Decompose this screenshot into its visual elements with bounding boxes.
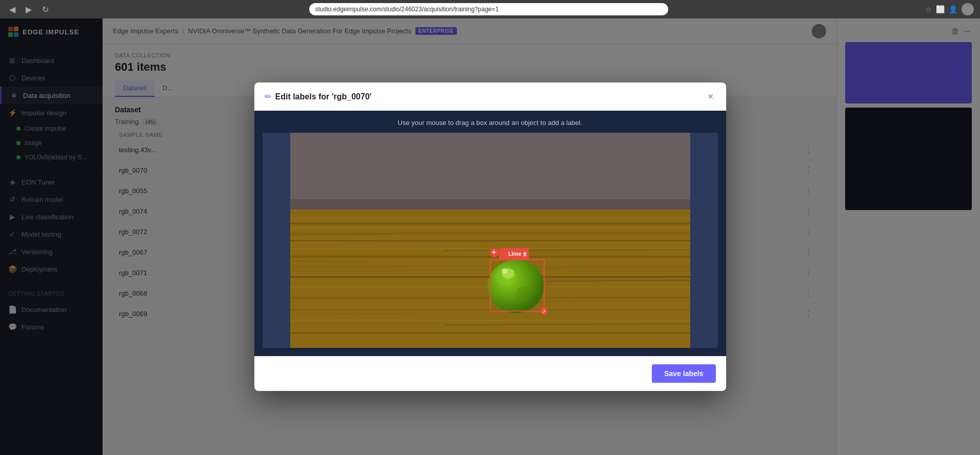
- refresh-button[interactable]: ↻: [39, 4, 52, 15]
- user-avatar[interactable]: [962, 3, 974, 15]
- svg-rect-5: [290, 222, 690, 224]
- svg-text:↗: ↗: [542, 309, 546, 314]
- svg-text:🗑: 🗑: [523, 251, 528, 257]
- svg-rect-10: [290, 256, 690, 258]
- svg-rect-1: [290, 199, 690, 210]
- svg-point-29: [488, 260, 544, 313]
- window-icon[interactable]: ⬜: [936, 5, 945, 13]
- forward-button[interactable]: ▶: [23, 4, 35, 15]
- canvas-svg: Lime 🗑 + ↗: [263, 133, 718, 348]
- edit-labels-modal: ✏ Edit labels for 'rgb_0070' × Use your …: [254, 82, 726, 391]
- save-labels-button[interactable]: Save labels: [652, 364, 715, 383]
- modal-close-button[interactable]: ×: [706, 91, 716, 102]
- svg-rect-8: [290, 240, 690, 241]
- modal-instruction: Use your mouse to drag a box around an o…: [263, 119, 718, 127]
- svg-rect-17: [290, 333, 690, 334]
- modal-footer: Save labels: [254, 356, 726, 391]
- svg-rect-4: [290, 217, 690, 218]
- svg-rect-16: [290, 320, 690, 321]
- svg-rect-0: [290, 133, 690, 199]
- profile-icon[interactable]: 👤: [949, 5, 957, 13]
- svg-rect-7: [290, 233, 690, 234]
- svg-point-31: [516, 287, 531, 301]
- svg-text:Lime: Lime: [508, 251, 522, 257]
- modal-title: Edit labels for 'rgb_0070': [275, 92, 372, 101]
- browser-chrome: ◀ ▶ ↻ studio.edgeimpulse.com/studio/2460…: [0, 0, 980, 18]
- modal-overlay[interactable]: ✏ Edit labels for 'rgb_0070' × Use your …: [0, 18, 980, 455]
- modal-header: ✏ Edit labels for 'rgb_0070' ×: [254, 82, 726, 111]
- star-icon[interactable]: ☆: [925, 5, 932, 13]
- svg-text:+: +: [492, 248, 496, 256]
- image-canvas[interactable]: Lime 🗑 + ↗: [263, 133, 718, 348]
- modal-title-area: ✏ Edit labels for 'rgb_0070': [265, 92, 372, 101]
- url-text: studio.edgeimpulse.com/studio/246023/acq…: [315, 6, 499, 13]
- svg-rect-3: [290, 212, 690, 214]
- back-button[interactable]: ◀: [6, 4, 18, 15]
- svg-point-33: [502, 268, 508, 274]
- browser-icons: ☆ ⬜ 👤: [925, 5, 957, 13]
- svg-rect-6: [290, 228, 690, 229]
- edit-pencil-icon: ✏: [265, 92, 271, 101]
- modal-body: Use your mouse to drag a box around an o…: [254, 111, 726, 356]
- address-bar[interactable]: studio.edgeimpulse.com/studio/246023/acq…: [309, 3, 668, 15]
